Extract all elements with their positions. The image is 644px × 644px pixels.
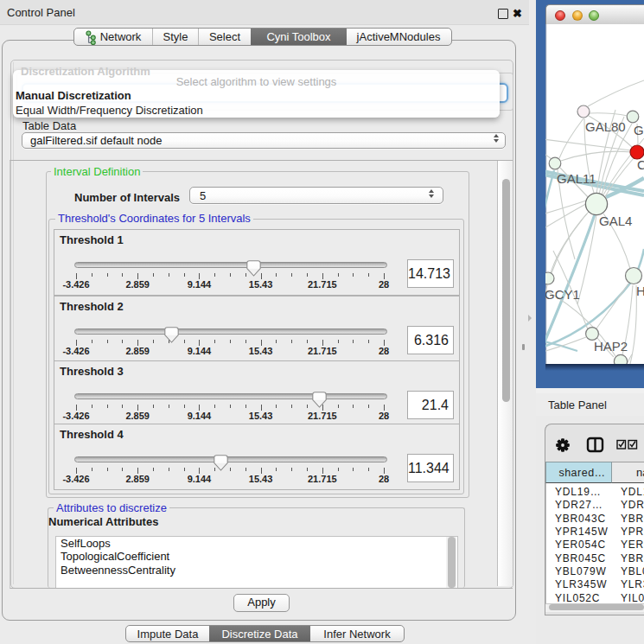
svg-text:GAL80: GAL80 (585, 119, 626, 134)
svg-text:G.: G. (634, 123, 644, 137)
svg-text:H: H (636, 284, 644, 298)
svg-text:C: C (637, 157, 644, 172)
svg-text:GAL11: GAL11 (557, 171, 596, 186)
svg-text:GAL4: GAL4 (599, 214, 632, 228)
svg-text:HAP2: HAP2 (594, 339, 628, 354)
svg-text:GCY1: GCY1 (545, 287, 580, 302)
